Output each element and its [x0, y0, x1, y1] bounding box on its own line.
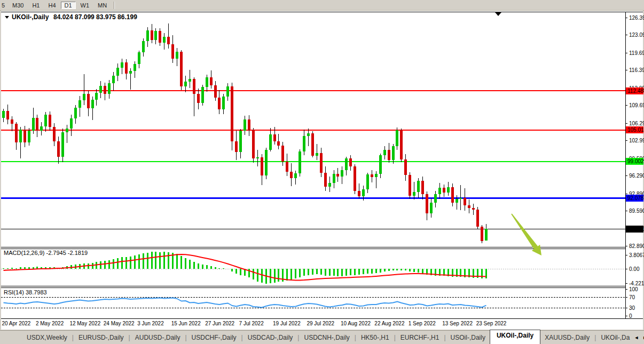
tab-usdcad-daily[interactable]: USDCAD-,Daily [244, 332, 297, 343]
timeframe-button-h1[interactable]: H1 [28, 2, 43, 9]
candle-body [413, 192, 415, 196]
candle-body [133, 64, 136, 71]
tab-ukoil-da[interactable]: UKOil-,Da [596, 332, 634, 343]
candle-body [273, 134, 276, 141]
tab-usdcnh-daily[interactable]: USDCNH-,Daily [300, 332, 354, 343]
trading-terminal-window: 126.390123.090119.690116.390112.990109.6… [0, 0, 644, 344]
candle-body [189, 79, 191, 82]
candle-body [476, 210, 479, 227]
candle-body [19, 130, 22, 143]
candle-body [40, 126, 43, 131]
axis-tick-label: 0.00 [629, 266, 640, 272]
candle-body [142, 41, 145, 52]
candle-body [371, 174, 373, 177]
date-axis-label: 20 Apr 2022 [2, 321, 31, 326]
tab-scroll-left-icon[interactable]: ◄ [634, 335, 639, 340]
candle-body [341, 170, 343, 177]
date-axis-label: 24 May 2022 [104, 321, 135, 326]
candle-body [91, 100, 94, 109]
candle-body [328, 183, 331, 187]
rsi-indicator-label: RSI(14) 38.7983 [4, 289, 47, 295]
tab-xauusd-daily[interactable]: XAUUSD-,Daily [540, 332, 594, 343]
candle-body [167, 37, 170, 44]
date-axis-label: 7 Jul 2022 [239, 321, 264, 326]
timeframe-button-w1[interactable]: W1 [77, 2, 93, 9]
candle-body [409, 175, 411, 196]
candle-body [146, 30, 149, 42]
candle-body [345, 158, 348, 170]
candle-body [324, 173, 327, 187]
candle-body [320, 153, 323, 172]
candle-body [193, 79, 195, 94]
timeframe-button-h4[interactable]: H4 [44, 2, 59, 9]
candle-body [354, 166, 356, 191]
candle-body [28, 131, 30, 143]
candle-body [256, 157, 259, 158]
axis-tick-label: 106.290 [629, 121, 644, 126]
date-axis-label: 1 Sep 2022 [409, 321, 436, 326]
timeframe-button-d1[interactable]: D1 [61, 2, 76, 9]
candle-body [472, 208, 475, 210]
candle-body [87, 94, 90, 109]
date-axis-label: 29 Jul 2022 [307, 321, 334, 326]
candle-body [129, 71, 132, 74]
candle-body [438, 188, 441, 194]
timeframe-button-mn[interactable]: MN [94, 2, 111, 9]
candle-body [379, 155, 382, 173]
toolbar-separator [114, 2, 115, 9]
candle-body [2, 111, 5, 118]
axis-tick-label: 100 [629, 286, 638, 292]
candle-body [426, 194, 428, 213]
candle-body [451, 187, 454, 203]
tab-usdchf-daily[interactable]: USDCHF-,Daily [187, 332, 241, 343]
candle-body [404, 159, 407, 175]
tab-eurusd-daily[interactable]: EURUSD-,Daily [74, 332, 128, 343]
candle-body [23, 130, 26, 143]
candle-body [269, 134, 272, 150]
candle-body [163, 37, 166, 43]
candle-body [206, 77, 208, 87]
candle-body [430, 203, 433, 213]
candle-body [116, 68, 119, 76]
timeframe-button-m30[interactable]: M30 [9, 2, 27, 9]
tab-usoil-daily[interactable]: USOil-,Daily [446, 332, 490, 343]
candle-body [180, 52, 183, 86]
axis-tick-label: 102.990 [629, 138, 644, 143]
axis-tick-label: 30 [629, 305, 635, 311]
macd-indicator-label: MACD(12,26,9) -2.7945 -2.1819 [4, 250, 88, 256]
candle-body [151, 30, 153, 41]
candle-body [252, 130, 255, 158]
candle-body [455, 199, 458, 203]
date-axis-label: 23 Sep 2022 [476, 321, 507, 326]
tab-hk50-h1[interactable]: HK50-,H1 [357, 332, 394, 343]
candle-body [396, 130, 398, 147]
candle-body [138, 52, 140, 64]
candle-body [358, 191, 360, 196]
candle-body [443, 188, 445, 193]
price-chart: 126.390123.090119.690116.390112.990109.6… [0, 0, 644, 344]
candle-body [184, 82, 187, 86]
candle-body [244, 119, 246, 131]
tab-eurchf-h1[interactable]: EURCHF-,H1 [396, 332, 444, 343]
candle-body [226, 86, 229, 97]
candle-body [121, 62, 123, 68]
price-badge-label: 105.013 [627, 127, 644, 133]
candle-body [464, 198, 466, 205]
candle-body [248, 119, 250, 130]
candle-body [290, 172, 293, 178]
candle-body [201, 87, 204, 103]
date-axis-label: 13 Sep 2022 [442, 321, 473, 326]
timeframe-toolbar: 5M30H1H4D1W1MN [0, 0, 644, 11]
candle-body [95, 93, 98, 100]
candle-body [15, 124, 18, 142]
candle-body [333, 174, 335, 183]
candle-body [392, 146, 395, 160]
tab-usdx-weekly[interactable]: USDX,Weekly [22, 332, 72, 343]
timeframe-button-5[interactable]: 5 [1, 2, 7, 9]
candle-body [70, 118, 73, 129]
candle-body [78, 100, 81, 108]
tab-audusd-daily[interactable]: AUDUSD-,Daily [131, 332, 185, 343]
candle-body [447, 187, 450, 193]
candle-body [349, 158, 352, 166]
tab-ukoil-daily[interactable]: UKOil-,Daily [490, 330, 540, 344]
